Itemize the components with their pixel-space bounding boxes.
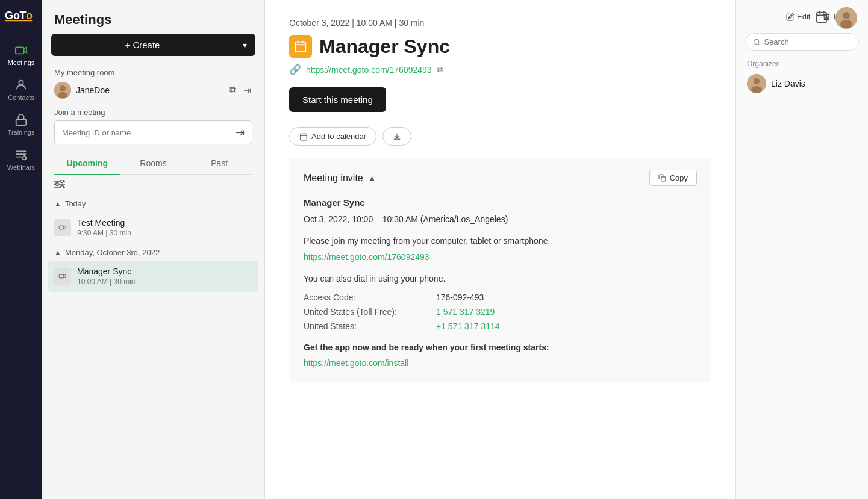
room-actions: ⧉ ⇥ — [228, 84, 252, 98]
start-meeting-button[interactable]: Start this meeting — [289, 87, 386, 112]
invite-join-link[interactable]: https://meet.goto.com/176092493 — [304, 252, 429, 262]
svg-rect-25 — [59, 274, 64, 278]
action-bar: Add to calendar — [289, 127, 711, 146]
svg-point-21 — [61, 180, 64, 183]
svg-rect-13 — [16, 119, 27, 125]
meeting-link-row: 🔗 https://meet.goto.com/176092493 ⧉ — [289, 64, 711, 75]
svg-text:Go: Go — [5, 10, 20, 22]
organizer-row: Liz Davis — [736, 72, 868, 96]
list-item[interactable]: Test Meeting 9:30 AM | 30 min — [48, 212, 258, 243]
invite-us-row: United States: +1 571 317 3114 — [304, 320, 697, 333]
meeting-meta: October 3, 2022 | 10:00 AM | 30 min — [289, 18, 711, 28]
meeting-calendar-icon — [289, 35, 312, 58]
group-header-monday[interactable]: ▲ Monday, October 3rd, 2022 — [48, 244, 258, 261]
meeting-video-icon — [54, 268, 71, 285]
add-to-calendar-button[interactable]: Add to calendar — [289, 127, 376, 146]
svg-point-38 — [754, 78, 760, 84]
svg-point-6 — [840, 20, 852, 28]
room-join-button[interactable]: ⇥ — [242, 84, 252, 98]
meeting-url[interactable]: https://meet.goto.com/176092493 — [306, 65, 432, 75]
invite-dial-text: You can also dial in using your phone. — [304, 272, 697, 285]
my-room-row: JaneDoe ⧉ ⇥ — [54, 82, 252, 99]
add-calendar-label: Add to calendar — [311, 132, 366, 141]
nav-webinars-label: Webinars — [7, 164, 35, 171]
create-bar: + Create ▾ — [51, 34, 255, 56]
svg-line-36 — [758, 43, 760, 45]
svg-rect-30 — [301, 134, 307, 140]
meeting-time: 10:00 AM | 30 min — [77, 277, 252, 286]
tab-rooms[interactable]: Rooms — [120, 153, 187, 174]
svg-rect-26 — [296, 42, 306, 52]
room-copy-button[interactable]: ⧉ — [228, 84, 237, 98]
tab-past[interactable]: Past — [186, 153, 252, 174]
filter-button[interactable] — [54, 180, 65, 191]
sidebar-item-contacts[interactable]: Contacts — [0, 72, 42, 107]
organizer-avatar — [747, 74, 766, 93]
invite-join-text: Please join my meeting from your compute… — [304, 234, 697, 247]
svg-point-35 — [754, 39, 759, 44]
join-section: Join a meeting ⇥ — [42, 105, 264, 153]
user-avatar-top[interactable] — [835, 7, 857, 29]
svg-text:T: T — [19, 10, 26, 22]
invite-us-number: +1 571 317 3114 — [436, 320, 500, 333]
right-panel: Edit Delete Organizer Liz Davis — [735, 0, 868, 499]
organizer-name: Liz Davis — [771, 79, 805, 88]
meeting-list: ▲ Today Test Meeting 9:30 AM | 30 min ▲ … — [42, 196, 264, 499]
join-label: Join a meeting — [54, 108, 252, 117]
meeting-info: Manager Sync 10:00 AM | 30 min — [77, 267, 252, 286]
copy-invite-label: Copy — [670, 173, 688, 182]
invite-install-link[interactable]: https://meet.goto.com/install — [304, 358, 408, 368]
tab-upcoming[interactable]: Upcoming — [54, 153, 120, 174]
invite-access-code-label: Access Code: — [304, 291, 436, 304]
svg-point-16 — [60, 85, 66, 91]
meeting-title: Manager Sync — [319, 36, 450, 58]
sidebar: Meetings + Create ▾ My meeting room Jane… — [42, 0, 265, 499]
invite-access-code: 176-092-493 — [436, 291, 484, 304]
meeting-video-icon — [54, 219, 71, 236]
sidebar-title: Meetings — [42, 0, 264, 34]
search-box — [745, 33, 859, 51]
search-input[interactable] — [764, 37, 851, 46]
create-dropdown-button[interactable]: ▾ — [234, 34, 255, 56]
invite-meeting-name: Manager Sync — [304, 196, 697, 210]
edit-button[interactable]: Edit — [786, 12, 810, 21]
svg-rect-34 — [661, 177, 666, 181]
svg-rect-0 — [817, 12, 827, 22]
create-button[interactable]: + Create — [51, 34, 234, 56]
svg-rect-10 — [5, 20, 32, 21]
group-label-monday: Monday, October 3rd, 2022 — [65, 248, 160, 257]
copy-link-button[interactable]: ⧉ — [437, 64, 443, 75]
invite-tollfree-number: 1 571 317 3219 — [436, 305, 495, 318]
edit-label: Edit — [797, 12, 810, 21]
calendar-icon[interactable] — [815, 10, 828, 26]
nav-contacts-label: Contacts — [8, 94, 34, 101]
invite-time: Oct 3, 2022, 10:00 – 10:30 AM (America/L… — [304, 212, 697, 226]
svg-point-12 — [19, 81, 23, 85]
list-item[interactable]: Manager Sync 10:00 AM | 30 min — [48, 261, 258, 292]
svg-rect-11 — [16, 47, 24, 54]
svg-point-14 — [23, 157, 27, 160]
search-icon — [753, 38, 760, 46]
sidebar-item-webinars[interactable]: Webinars — [0, 142, 42, 177]
my-room-section: My meeting room JaneDoe ⧉ ⇥ — [42, 65, 264, 105]
download-button[interactable] — [382, 127, 411, 146]
meeting-name: Manager Sync — [77, 267, 252, 276]
invite-us-label: United States: — [304, 320, 436, 333]
svg-point-17 — [58, 92, 67, 98]
invite-section: Meeting invite ▲ Copy Manager Sync Oct 3… — [289, 158, 711, 382]
svg-point-5 — [843, 12, 850, 19]
invite-chevron[interactable]: ▲ — [368, 173, 376, 183]
my-room-name: JaneDoe — [76, 85, 223, 95]
goto-logo: Go T o — [5, 6, 38, 26]
svg-point-22 — [56, 183, 59, 186]
join-submit-button[interactable]: ⇥ — [228, 121, 252, 144]
invite-get-app-text: Get the app now and be ready when your f… — [304, 341, 697, 354]
filter-row — [42, 175, 264, 196]
sidebar-item-trainings[interactable]: Trainings — [0, 107, 42, 142]
join-input-row: ⇥ — [54, 120, 252, 144]
nav-meetings-label: Meetings — [8, 59, 35, 66]
join-input[interactable] — [55, 121, 228, 144]
group-header-today[interactable]: ▲ Today — [48, 196, 258, 212]
copy-invite-button[interactable]: Copy — [649, 170, 697, 186]
sidebar-item-meetings[interactable]: Meetings — [0, 37, 42, 72]
